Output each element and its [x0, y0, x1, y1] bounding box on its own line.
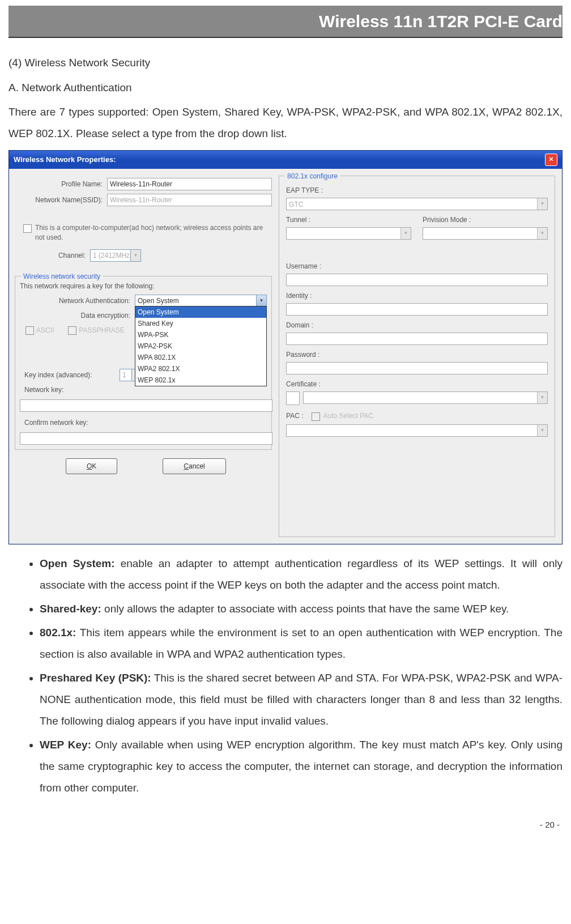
- wireless-properties-dialog: Wireless Network Properties: × Profile N…: [8, 150, 563, 544]
- ascii-checkbox-wrap[interactable]: ASCII: [25, 325, 54, 335]
- security-legend: Wireless network security: [21, 271, 103, 282]
- auth-option[interactable]: WPA-PSK: [135, 329, 266, 340]
- ssid-label: Network Name(SSID):: [15, 195, 107, 205]
- auth-option[interactable]: WPA 802.1X: [135, 352, 266, 363]
- domain-input[interactable]: [286, 333, 548, 345]
- identity-input[interactable]: [286, 303, 548, 316]
- section-4-title: (4) Wireless Network Security: [8, 55, 563, 71]
- confirm-key-input[interactable]: [20, 432, 272, 445]
- chevron-down-icon: ▼: [400, 228, 411, 239]
- eap-type-label: EAP TYPE :: [286, 185, 548, 195]
- pac-dropdown[interactable]: ▼: [286, 424, 548, 437]
- password-input[interactable]: [286, 362, 548, 374]
- adhoc-label: This is a computer-to-computer(ad hoc) n…: [35, 223, 263, 242]
- ascii-label: ASCII: [36, 325, 54, 335]
- encryption-label: Data encryption:: [20, 310, 135, 321]
- domain-label: Domain :: [286, 320, 548, 330]
- bullet-wep-key: WEP Key: Only available when using WEP e…: [40, 734, 563, 799]
- profile-name-label: Profile Name:: [15, 179, 107, 189]
- configure-legend: 802.1x configure: [285, 171, 340, 181]
- bullet-open-system: Open System: enable an adapter to attemp…: [40, 553, 563, 596]
- tunnel-dropdown[interactable]: ▼: [286, 227, 411, 240]
- eap-type-value: GTC: [289, 201, 303, 208]
- auth-dropdown[interactable]: Open System ▼ Open System Shared Key WPA…: [135, 295, 267, 307]
- channel-dropdown[interactable]: 1 (2412MHz) ▼: [90, 249, 141, 262]
- certificate-dropdown[interactable]: ▼: [303, 391, 548, 404]
- network-key-label: Network key:: [24, 386, 63, 394]
- auth-label: Network Authentication:: [20, 296, 135, 306]
- adhoc-checkbox[interactable]: [23, 224, 32, 233]
- security-text: This network requires a key for the foll…: [20, 281, 267, 291]
- auto-select-pac-checkbox[interactable]: [312, 412, 320, 421]
- auth-option[interactable]: WEP 802.1x: [135, 374, 266, 386]
- channel-label: Channel:: [15, 250, 90, 261]
- chevron-down-icon: ▼: [130, 250, 140, 261]
- eap-type-dropdown[interactable]: GTC ▼: [286, 198, 548, 210]
- ascii-checkbox[interactable]: [25, 326, 34, 335]
- key-index-label: Key index (advanced):: [20, 370, 120, 380]
- passphrase-checkbox-wrap[interactable]: PASSPHRASE: [68, 325, 124, 335]
- chevron-down-icon: ▼: [256, 295, 266, 306]
- username-label: Username :: [286, 261, 548, 271]
- bullet-shared-key: Shared-key: only allows the adapter to a…: [40, 598, 563, 620]
- tunnel-label: Tunnel :: [286, 215, 411, 225]
- pac-label: PAC :: [286, 411, 303, 421]
- sub-a-title: A. Network Authentication: [8, 80, 563, 96]
- channel-value: 1 (2412MHz): [93, 250, 132, 261]
- dialog-title: Wireless Network Properties:: [14, 154, 116, 165]
- passphrase-checkbox[interactable]: [68, 326, 76, 335]
- provision-mode-dropdown[interactable]: ▼: [423, 227, 548, 240]
- dialog-titlebar[interactable]: Wireless Network Properties: ×: [9, 151, 562, 169]
- username-input[interactable]: [286, 274, 548, 286]
- ssid-input[interactable]: [107, 194, 272, 206]
- auth-option[interactable]: Open System: [135, 306, 266, 318]
- page-number: - 20 -: [8, 819, 563, 832]
- chevron-down-icon: ▼: [537, 228, 547, 239]
- intro-text: There are 7 types supported: Open System…: [8, 101, 563, 144]
- chevron-down-icon: ▼: [537, 392, 547, 403]
- provision-mode-label: Privision Mode :: [423, 215, 548, 225]
- bullet-psk: Preshared Key (PSK): This is the shared …: [40, 667, 563, 732]
- auth-dropdown-list[interactable]: Open System Shared Key WPA-PSK WPA2-PSK …: [135, 306, 267, 386]
- chevron-down-icon: ▼: [537, 425, 547, 436]
- certificate-checkbox[interactable]: [286, 391, 300, 405]
- chevron-down-icon: ▼: [537, 198, 547, 210]
- key-index-value: 1: [122, 370, 126, 380]
- network-key-input[interactable]: [20, 399, 272, 412]
- confirm-key-label: Confirm network key:: [24, 419, 88, 427]
- auto-select-pac-label: Auto Select PAC: [323, 411, 374, 421]
- cancel-button[interactable]: Cancel: [163, 458, 225, 474]
- certificate-label: Certificate :: [286, 379, 548, 389]
- page-header-title: Wireless 11n 1T2R PCI-E Card: [8, 6, 563, 38]
- auth-value: Open System: [138, 296, 179, 306]
- password-label: Password :: [286, 350, 548, 360]
- auth-option[interactable]: WPA2-PSK: [135, 340, 266, 352]
- bullet-8021x: 802.1x: This item appears while the envi…: [40, 622, 563, 665]
- auto-select-pac-checkbox-wrap[interactable]: Auto Select PAC: [312, 411, 374, 421]
- profile-name-input[interactable]: [107, 178, 272, 190]
- ok-button[interactable]: OK: [66, 458, 117, 474]
- identity-label: Identity :: [286, 291, 548, 301]
- close-icon[interactable]: ×: [545, 154, 557, 166]
- auth-option[interactable]: WPA2 802.1X: [135, 363, 266, 374]
- auth-option[interactable]: Shared Key: [135, 318, 266, 329]
- passphrase-label: PASSPHRASE: [79, 325, 124, 335]
